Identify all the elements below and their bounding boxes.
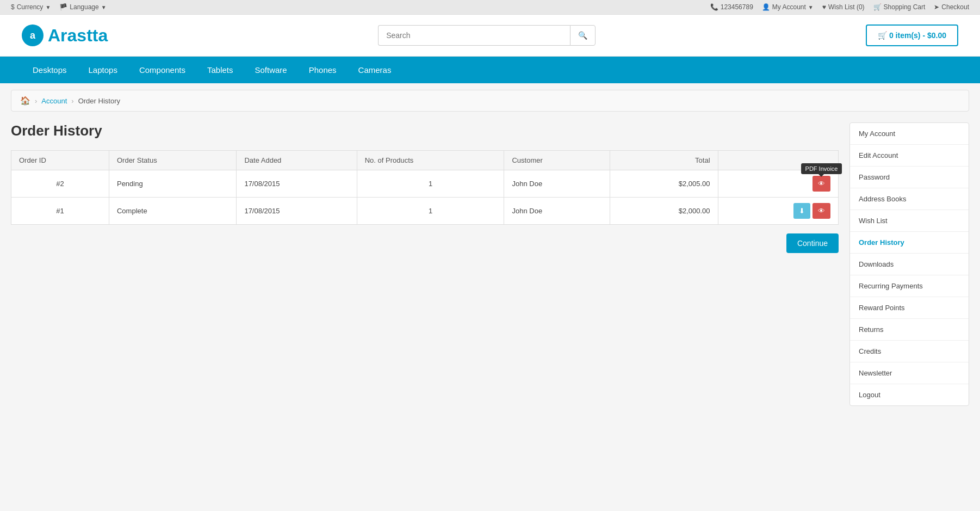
nav-item: Software: [244, 57, 298, 83]
sidebar-item-credits[interactable]: Credits: [850, 341, 969, 362]
order-id: #1: [11, 198, 109, 225]
checkout-label: Checkout: [941, 3, 969, 11]
nav-item: Phones: [298, 57, 348, 83]
order-id: #2: [11, 170, 109, 198]
nav-link-desktops[interactable]: Desktops: [22, 57, 78, 83]
table-header: No. of Products: [357, 151, 504, 170]
order-date: 17/08/2015: [237, 198, 357, 225]
cart-button[interactable]: 🛒 0 item(s) - $0.00: [866, 24, 958, 46]
page-title: Order History: [11, 122, 839, 139]
logo[interactable]: a Arastta: [22, 24, 108, 46]
order-customer: John Doe: [504, 198, 610, 225]
account-label: My Account: [772, 3, 806, 11]
breadcrumb-current: Order History: [78, 97, 120, 105]
top-bar-right: 📞 123456789 👤 My Account ▼ ♥ Wish List (…: [710, 3, 969, 11]
nav-item: Cameras: [348, 57, 402, 83]
breadcrumb-account[interactable]: Account: [41, 97, 67, 105]
sidebar-menu: My AccountEdit AccountPasswordAddress Bo…: [849, 122, 969, 406]
wishlist-link[interactable]: ♥ Wish List (0): [822, 3, 865, 11]
nav-link-components[interactable]: Components: [128, 57, 196, 83]
breadcrumb-sep-1: ›: [35, 97, 37, 105]
sidebar-item-password[interactable]: Password: [850, 167, 969, 188]
language-arrow-icon: ▼: [101, 4, 107, 10]
sidebar-item-returns[interactable]: Returns: [850, 319, 969, 341]
table-header: Date Added: [237, 151, 357, 170]
phone-number: 📞 123456789: [710, 3, 753, 11]
order-products: 1: [357, 198, 504, 225]
continue-button[interactable]: Continue: [786, 233, 839, 253]
content-area: Order History Order IDOrder StatusDate A…: [11, 122, 969, 406]
table-header: Customer: [504, 151, 610, 170]
order-status: Complete: [109, 198, 236, 225]
cart-button-label: 0 item(s) - $0.00: [889, 31, 946, 40]
order-total: $2,000.00: [610, 198, 718, 225]
my-account-link[interactable]: 👤 My Account ▼: [762, 3, 814, 11]
nav-item: Tablets: [196, 57, 244, 83]
order-status: Pending: [109, 170, 236, 198]
currency-arrow-icon: ▼: [45, 4, 51, 10]
sidebar-item-logout[interactable]: Logout: [850, 384, 969, 405]
sidebar: My AccountEdit AccountPasswordAddress Bo…: [849, 122, 969, 406]
nav-item: Laptops: [78, 57, 128, 83]
table-header: Order Status: [109, 151, 236, 170]
sidebar-item-recurring-payments[interactable]: Recurring Payments: [850, 275, 969, 297]
table-header: Order ID: [11, 151, 109, 170]
table-row: #2Pending17/08/20151John Doe$2,005.00PDF…: [11, 170, 839, 198]
nav-item: Desktops: [22, 57, 78, 83]
nav-link-laptops[interactable]: Laptops: [78, 57, 128, 83]
main-content: Order History Order IDOrder StatusDate A…: [11, 122, 839, 406]
nav-link-software[interactable]: Software: [244, 57, 298, 83]
breadcrumb-sep-2: ›: [71, 97, 73, 105]
order-actions: PDF Invoice👁: [718, 170, 838, 198]
search-button[interactable]: 🔍: [570, 25, 596, 46]
pdf-invoice-button[interactable]: 👁: [812, 176, 830, 192]
language-label: Language: [70, 3, 98, 11]
nav-link-cameras[interactable]: Cameras: [348, 57, 402, 83]
sidebar-item-edit-account[interactable]: Edit Account: [850, 145, 969, 167]
sidebar-item-newsletter[interactable]: Newsletter: [850, 362, 969, 384]
view-order-button[interactable]: 👁: [812, 203, 830, 219]
order-actions: ⬇👁: [718, 198, 838, 225]
top-bar: $ Currency ▼ 🏴 Language ▼ 📞 123456789 👤 …: [0, 0, 980, 15]
wishlist-label: Wish List (0): [828, 3, 865, 11]
nav-link-tablets[interactable]: Tablets: [196, 57, 244, 83]
nav-item: Components: [128, 57, 196, 83]
sidebar-item-my-account[interactable]: My Account: [850, 123, 969, 145]
cart-label: Shopping Cart: [884, 3, 926, 11]
order-total: $2,005.00: [610, 170, 718, 198]
account-arrow-icon: ▼: [808, 4, 814, 10]
sidebar-item-order-history[interactable]: Order History: [850, 232, 969, 254]
order-table: Order IDOrder StatusDate AddedNo. of Pro…: [11, 150, 839, 225]
header: a Arastta 🔍 🛒 0 item(s) - $0.00: [0, 15, 980, 57]
home-icon[interactable]: 🏠: [20, 96, 30, 106]
logo-text: Arastta: [48, 26, 108, 46]
sidebar-item-downloads[interactable]: Downloads: [850, 254, 969, 275]
search-bar: 🔍: [378, 25, 596, 46]
sidebar-item-wish-list[interactable]: Wish List: [850, 210, 969, 232]
currency-dropdown[interactable]: $ Currency ▼: [11, 3, 51, 11]
checkout-link[interactable]: ➤ Checkout: [934, 3, 969, 11]
table-header: Total: [610, 151, 718, 170]
language-dropdown[interactable]: 🏴 Language ▼: [59, 3, 106, 11]
order-customer: John Doe: [504, 170, 610, 198]
search-input[interactable]: [378, 25, 570, 46]
top-bar-left: $ Currency ▼ 🏴 Language ▼: [11, 3, 107, 11]
navigation: DesktopsLaptopsComponentsTabletsSoftware…: [0, 57, 980, 83]
currency-label: Currency: [17, 3, 44, 11]
sidebar-item-reward-points[interactable]: Reward Points: [850, 297, 969, 319]
breadcrumb: 🏠 › Account › Order History: [11, 90, 969, 112]
pdf-invoice-tooltip-wrap: PDF Invoice👁: [812, 176, 830, 192]
table-header: [718, 151, 838, 170]
table-row: #1Complete17/08/20151John Doe$2,000.00⬇👁: [11, 198, 839, 225]
sidebar-item-address-books[interactable]: Address Books: [850, 188, 969, 210]
order-date: 17/08/2015: [237, 170, 357, 198]
download-invoice-button[interactable]: ⬇: [793, 203, 810, 219]
order-products: 1: [357, 170, 504, 198]
shopping-cart-link[interactable]: 🛒 Shopping Cart: [873, 3, 926, 11]
logo-icon: a: [22, 24, 44, 46]
continue-wrapper: Continue: [11, 233, 839, 253]
nav-link-phones[interactable]: Phones: [298, 57, 348, 83]
